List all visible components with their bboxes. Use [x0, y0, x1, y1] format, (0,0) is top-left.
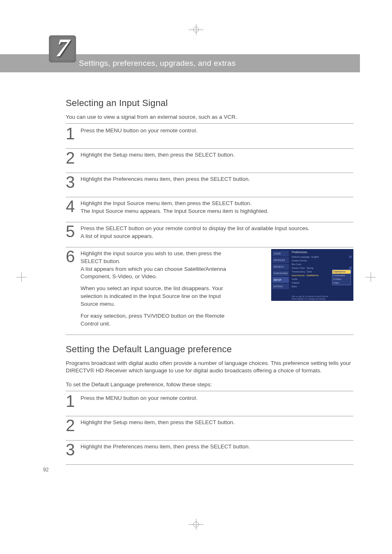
- step-row: 5 Press the SELECT button on your remote…: [66, 222, 353, 247]
- section1-intro: You can use to view a signal from an ext…: [66, 113, 353, 121]
- step-row: 2 Highlight the Setup menu item, then pr…: [66, 416, 353, 441]
- step-row: 1 Press the MENU button on your remote c…: [66, 392, 353, 416]
- section-heading-input-signal: Selecting an Input Signal: [66, 98, 353, 108]
- ss-hint: Use ▲ and ▼ to choose a Input Source. Pr…: [292, 295, 352, 300]
- divider: [66, 391, 353, 391]
- ss-line: Screen Format: [292, 259, 307, 262]
- step-text: Highlight the Preferences menu item, the…: [81, 175, 353, 183]
- step-text: Highlight the Setup menu item, then pres…: [81, 150, 353, 159]
- step-text: Press the MENU button on your remote con…: [81, 394, 353, 402]
- step-row: 4 Highlight the Input Source menu item, …: [66, 197, 353, 222]
- ss-line: Back: [292, 285, 297, 288]
- step-number: 6: [66, 248, 81, 265]
- step-number: 2: [66, 417, 81, 434]
- ss-tab: PROFILES: [272, 257, 289, 263]
- step-number: 1: [66, 125, 81, 142]
- ss-line: Translucency : Dark: [292, 270, 312, 273]
- step-text: Highlight the Input Source menu item, th…: [81, 199, 353, 215]
- ss-popup-item: Component: [332, 274, 350, 277]
- step-text: Highlight the Setup menu item, then pres…: [81, 418, 353, 427]
- screenshot-wrap: GUIDE PROFILES MAILBOX PURCHASES SETUP E…: [271, 249, 353, 301]
- preferences-screenshot: GUIDE PROFILES MAILBOX PURCHASES SETUP E…: [271, 249, 353, 301]
- page-content: Selecting an Input Signal You can use to…: [66, 89, 353, 465]
- ss-line: Bar Color: [292, 263, 301, 266]
- section2-intro2: To set the Default Language preference, …: [66, 381, 353, 388]
- step-row: 3 Highlight the Preferences menu item, t…: [66, 441, 353, 465]
- ss-popup-item: S-Video: [332, 277, 350, 281]
- step-number: 3: [66, 441, 81, 458]
- step-text: Highlight the input source you wish to u…: [81, 249, 241, 328]
- step-row: 3 Highlight the Preferences menu item, t…: [66, 173, 353, 197]
- step-row: 1 Press the MENU button on your remote c…: [66, 125, 353, 149]
- ss-tab: GUIDE: [272, 251, 289, 256]
- section-heading-default-language: Setting the Default Language preference: [66, 344, 353, 355]
- crop-mark-left: [16, 273, 26, 281]
- step-number: 2: [66, 150, 81, 166]
- ss-popup-item-selected: Satellite/Ant.: [332, 270, 350, 274]
- lock-icon: [349, 267, 352, 269]
- page-number: 92: [43, 467, 48, 473]
- ss-line: Screen Color : Spring: [292, 266, 314, 270]
- ss-line: Audio: [292, 277, 297, 281]
- step-text-a: Highlight the input source you wish to u…: [81, 250, 235, 281]
- step-number: 3: [66, 174, 81, 190]
- ss-tab: PURCHASES: [272, 270, 289, 276]
- ss-line: Default Language : English: [292, 255, 319, 259]
- lock-icon: [349, 256, 352, 258]
- ss-tab: EXTRAS: [272, 284, 289, 289]
- ss-popup: Satellite/Ant. Component S-Video Video: [332, 270, 351, 286]
- step-number: 1: [66, 393, 81, 409]
- ss-line-highlighted: Input Source : Satellite/Ant.: [292, 274, 319, 277]
- ss-line: Caption: [292, 281, 300, 284]
- step-row: 2 Highlight the Setup menu item, then pr…: [66, 149, 353, 173]
- chapter-title: Settings, preferences, upgrades, and ext…: [79, 59, 236, 68]
- divider: [66, 123, 353, 124]
- ss-tab: MAILBOX: [272, 264, 289, 270]
- step-number: 4: [66, 198, 81, 215]
- ss-title: Preferences: [292, 251, 352, 254]
- ss-tab-active: SETUP: [272, 277, 289, 283]
- step-row: 6 Highlight the input source you wish to…: [66, 247, 353, 335]
- step-text: Press the MENU button on your remote con…: [81, 126, 353, 135]
- chapter-number-box: 7: [49, 35, 76, 62]
- step-text: Press the SELECT button on your remote c…: [81, 224, 353, 240]
- crop-mark-right: [366, 273, 376, 281]
- step-number: 5: [66, 223, 81, 240]
- crop-mark-top: [190, 24, 202, 35]
- crop-mark-bottom: [190, 519, 202, 530]
- step-text-c: For easy selection, press TV/VIDEO butto…: [81, 312, 235, 328]
- step-text-b: When you select an input source, the lis…: [81, 285, 235, 308]
- ss-popup-item: Video: [332, 281, 350, 285]
- section2-intro1: Programs broadcast with digital audio of…: [66, 360, 353, 374]
- step-text: Highlight the Preferences menu item, the…: [81, 442, 353, 451]
- chapter-number: 7: [55, 33, 70, 62]
